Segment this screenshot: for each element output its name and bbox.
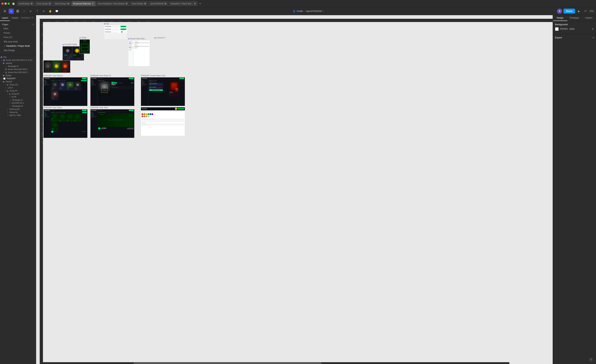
layer-rect14[interactable]: ▭ Rectangle 14	[0, 105, 36, 108]
tab-close-icon[interactable]: ×	[92, 2, 94, 5]
browser-tab-openstadium[interactable]: openSTADIUM ×	[148, 1, 168, 6]
home-icon[interactable]: 🏠	[11, 1, 16, 6]
canvas: 1000 1250 1500 1750 2000 2250 2500 2750 …	[36, 15, 553, 364]
layer-team-nft[interactable]: ▼ ⬜ TEAM NFT	[0, 77, 36, 80]
layer-group115[interactable]: ▸ ▣ Group 115	[0, 83, 36, 86]
browser-tab-zora[interactable]: Zora Hackathon: Team Builder ×	[96, 1, 129, 6]
tab-close-icon[interactable]: ×	[144, 2, 146, 5]
hackathon-page-label: Hackathon / P...	[20, 15, 36, 21]
tab-prototype[interactable]: Prototype	[567, 15, 582, 21]
tab-close-icon[interactable]: ×	[194, 2, 196, 5]
frame-become-player[interactable]: STADIUM ⚽ BECOME A PLAYER A... CREATE PL…	[141, 107, 185, 136]
frame-view-player-id[interactable]: STADIUM Open League Protocol CONNECT MEN…	[90, 77, 134, 106]
tab-inspect[interactable]: Inspect	[581, 15, 596, 21]
tab-close-icon[interactable]: ×	[126, 2, 128, 5]
share-button[interactable]: Share	[564, 9, 575, 14]
add-export-icon[interactable]: +	[593, 36, 594, 39]
tab-layers[interactable]: Layers	[0, 15, 10, 21]
tab-close-icon[interactable]: ×	[49, 2, 51, 5]
tab-close-icon[interactable]: ×	[30, 2, 33, 5]
project-label[interactable]: openSTADIUM	[306, 10, 321, 12]
figma-menu-icon[interactable]: ⊞	[2, 9, 7, 14]
watermark-text: Open League Protocol	[126, 75, 134, 76]
scrollbar-horizontal[interactable]	[40, 362, 509, 364]
page-item-appdesign[interactable]: App Design	[2, 48, 34, 52]
frame-tool[interactable]	[15, 9, 20, 14]
layer-ss2[interactable]: 🖼 Screen Shot 2022-08-07 ...	[0, 71, 36, 74]
layer-ss1[interactable]: 🖼 Screen Shot 2022-08-07 ...	[0, 68, 36, 71]
new-tab-button[interactable]: +	[198, 1, 202, 6]
layer-variant2-2[interactable]: Variant2	[0, 80, 36, 83]
play-button[interactable]: ▶	[576, 9, 581, 14]
browser-tab-teambuilder[interactable]: Team Builder ×	[130, 1, 148, 6]
canvas-content[interactable]: 1000 1250 1500 1750 2000 2250 2500 2750 …	[40, 19, 553, 364]
comment-tool[interactable]: 💬	[54, 9, 59, 14]
layer-group94[interactable]: ▸ ▣ Group 94	[0, 89, 36, 92]
frame-team-nft[interactable]: TEAM ROSTER BLVKHVND.ETH	[79, 39, 90, 54]
page-item-site[interactable]: Site (one shot)	[2, 39, 34, 44]
close-button[interactable]	[1, 2, 4, 5]
help-button[interactable]: ?	[589, 357, 593, 362]
export-section: Export +	[553, 34, 596, 43]
component-tool[interactable]: ⊛	[41, 9, 46, 14]
select-tool[interactable]: ↖	[9, 9, 14, 14]
frame-create-player-card[interactable]: STADIUM Open League Protocol CONNECT MEN…	[141, 77, 185, 106]
maximize-button[interactable]	[7, 2, 10, 5]
layer-ownedby[interactable]: T Owned by	[0, 111, 36, 114]
background-opacity-value[interactable]: 100%	[569, 28, 575, 30]
minimize-button[interactable]	[5, 2, 7, 5]
tab-assets[interactable]: Assets	[10, 15, 20, 21]
toolbar-left: ⊞ ↖ □ ✒ T ⊛ ✋ 💬	[2, 9, 59, 14]
shape-tool[interactable]: □	[22, 9, 27, 14]
variant-icon	[3, 81, 4, 82]
add-page-icon[interactable]: +	[32, 23, 34, 26]
tab-close-icon[interactable]: ×	[164, 2, 167, 5]
frame-screenshot-2022[interactable]: Create a Brand What is Needed? Lorem ips…	[128, 40, 150, 66]
browser-tab-hackathon[interactable]: Hackathon / Player Build - openSTA... ×	[169, 1, 198, 6]
image-icon: 🖼	[5, 72, 7, 73]
page-item-promo[interactable]: Promo	[2, 31, 34, 35]
group-icon: ▣	[7, 90, 8, 92]
browser-tab-hvnd[interactable]: hvnd_design ×	[35, 1, 53, 6]
frame-view-players[interactable]: STADIUM Open League Protocol CONNECT MEN…	[43, 77, 88, 106]
menu-dots[interactable]: ⋯	[591, 2, 595, 5]
frame-nav-group: ◆ Nav STADIUM Open League Protocol CONNE…	[104, 23, 127, 40]
hand-tool[interactable]: ✋	[48, 9, 53, 14]
layer-address[interactable]: T 0xb722...5841	[0, 114, 36, 117]
browser-tab-savethedate[interactable]: savethedate ×	[17, 1, 35, 6]
accessibility-icon[interactable]: A?	[583, 9, 588, 14]
browser-tab-deck[interactable]: Deck Design ×	[53, 1, 71, 6]
layer-plyr[interactable]: T PLYR	[0, 95, 36, 98]
layer-line5[interactable]: — Line 5	[0, 86, 36, 89]
layer-rect21[interactable]: ▭ Rectangle 21	[0, 65, 36, 68]
pen-tool[interactable]: ✒	[28, 9, 33, 14]
layer-variant2-1[interactable]: Variant2	[0, 62, 36, 65]
layer-blvkhvnd[interactable]: T blvkhvnd.eth	[0, 108, 36, 111]
visibility-icon[interactable]: 👁	[592, 28, 594, 30]
background-color-value[interactable]: F5F5F5	[560, 28, 568, 30]
layer-roster5[interactable]: T ROSTER OF 5	[0, 102, 36, 105]
page-item-formux[interactable]: Form UX	[2, 35, 34, 39]
layer-default[interactable]: Default	[0, 74, 36, 77]
toolbar-center: 👤 Drafts / openSTADIUM ▾	[61, 10, 555, 12]
frame-card-images[interactable]: BLVK WEST KNG WEST RED WES	[43, 60, 70, 73]
frame-view-teams[interactable]: STADIUM Open League Protocol CONNECT MEN…	[43, 109, 88, 138]
text-tool[interactable]: T	[35, 9, 40, 14]
drafts-label[interactable]: Drafts	[297, 10, 303, 12]
layer-nav[interactable]: Nav	[0, 56, 36, 59]
page-item-pitch[interactable]: Pitch	[2, 27, 34, 31]
layer-group92[interactable]: ▾ ▣ Group 92	[0, 92, 36, 95]
dropdown-chevron-icon[interactable]: ▾	[322, 10, 323, 12]
zoom-level[interactable]: 23%	[589, 10, 594, 12]
browser-tab-broadcast[interactable]: Broadcast Materials ×	[72, 1, 96, 6]
tab-close-icon[interactable]: ×	[67, 2, 69, 5]
background-color-swatch[interactable]	[555, 27, 559, 31]
layer-rect11[interactable]: ▭ Rectangle 11	[0, 98, 36, 102]
frame-view-team[interactable]: STADIUM Open League Protocol CONNECT MEN…	[90, 109, 134, 138]
frame-nav[interactable]: STADIUM Open League Protocol CONNECT STA…	[104, 25, 127, 40]
frame-screenshot-label: ◆ Screen Shot 2022-...	[128, 38, 150, 40]
tab-design[interactable]: Design	[553, 15, 567, 21]
frame-icon: ⬜	[3, 78, 5, 80]
page-item-hackathon[interactable]: ✓ Hackathon / Player Build	[2, 44, 34, 48]
layer-screenshot-group[interactable]: ▼ Screen Shot 2022-08-07 at 1.011	[0, 59, 36, 62]
